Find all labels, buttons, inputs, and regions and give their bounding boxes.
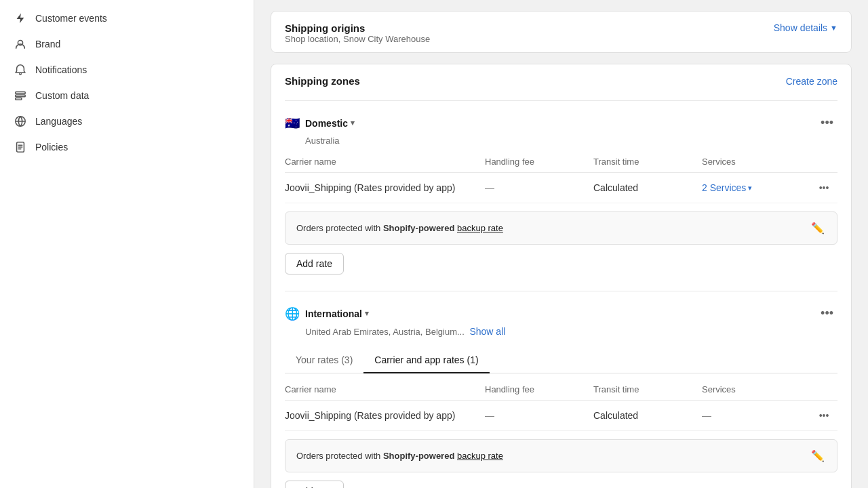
sidebar-customer-events-label: Customer events: [35, 13, 107, 24]
domestic-services-link[interactable]: 2 Services ▾: [702, 182, 810, 193]
domestic-add-rate-button[interactable]: Add rate: [285, 253, 344, 274]
shipping-origins-card: Shipping origins Shop location, Snow Cit…: [271, 11, 852, 53]
show-details-link[interactable]: Show details ▼: [774, 22, 837, 33]
shipping-origins-title: Shipping origins: [285, 22, 430, 34]
languages-icon: [14, 115, 27, 128]
sidebar-notifications-label: Notifications: [35, 64, 87, 75]
international-row-more-button[interactable]: •••: [810, 409, 837, 422]
domestic-zone-country: Australia: [285, 134, 837, 151]
international-backup-rate-edit-button[interactable]: ✏️: [810, 448, 826, 464]
lightning-icon: [14, 12, 27, 25]
shipping-zones-title: Shipping zones: [285, 75, 360, 87]
intl-transit-time-header: Transit time: [593, 384, 702, 394]
intl-handling-fee-header: Handling fee: [485, 384, 593, 394]
domestic-table-header: Carrier name Handling fee Transit time S…: [285, 151, 837, 173]
domestic-table-row: Joovii_Shipping (Rates provided by app) …: [285, 173, 837, 203]
sidebar-policies-label: Policies: [35, 142, 68, 152]
domestic-zone-more-button[interactable]: •••: [816, 115, 837, 131]
domestic-zone-section: 🇦🇺 Domestic ▾ ••• Australia Carrier name…: [271, 100, 851, 285]
shipping-zones-header: Shipping zones Create zone: [271, 64, 851, 95]
sidebar-item-notifications[interactable]: Notifications: [0, 57, 254, 83]
domestic-row-more-button[interactable]: •••: [810, 181, 837, 195]
bell-icon: [14, 63, 27, 77]
international-table-header: Carrier name Handling fee Transit time S…: [285, 379, 837, 401]
sidebar: Customer events Brand Notifications: [0, 0, 254, 488]
svg-rect-4: [16, 98, 22, 100]
sidebar-item-languages[interactable]: Languages: [0, 108, 254, 134]
domestic-carrier-name: Joovii_Shipping (Rates provided by app): [285, 182, 485, 193]
intl-services: —: [702, 410, 810, 421]
international-zone-countries: United Arab Emirates, Austria, Belgium..…: [285, 325, 837, 342]
shipping-zones-card: Shipping zones Create zone 🇦🇺 Domestic ▾…: [271, 64, 852, 488]
domestic-transit-time: Calculated: [593, 182, 702, 193]
intl-transit-time: Calculated: [593, 410, 702, 421]
create-zone-link[interactable]: Create zone: [786, 76, 837, 87]
domestic-zone-title-group: 🇦🇺 Domestic ▾: [285, 116, 355, 131]
shipping-origins-header: Shipping origins Shop location, Snow Cit…: [271, 12, 851, 52]
sidebar-languages-label: Languages: [35, 116, 82, 127]
domestic-backup-rate-box: Orders protected with Shopify-powered ba…: [285, 211, 837, 245]
services-header: Services: [702, 157, 810, 167]
main-content: Shipping origins Shop location, Snow Cit…: [254, 0, 868, 488]
transit-time-header: Transit time: [593, 157, 702, 167]
shipping-origins-title-group: Shipping origins Shop location, Snow Cit…: [285, 22, 430, 44]
domestic-backup-rate-link[interactable]: backup rate: [457, 223, 503, 233]
international-show-all-link[interactable]: Show all: [469, 326, 505, 337]
international-tabs: Your rates (3) Carrier and app rates (1): [285, 348, 837, 373]
sidebar-brand-label: Brand: [35, 39, 60, 49]
chevron-down-icon: ▾: [351, 119, 355, 127]
svg-marker-0: [17, 14, 24, 23]
domestic-zone-header: 🇦🇺 Domestic ▾ •••: [285, 106, 837, 134]
policies-icon: [14, 140, 27, 154]
international-zone-name: International ▾: [305, 308, 369, 319]
domestic-zone-name: Domestic ▾: [305, 118, 355, 129]
international-backup-rate-link[interactable]: backup rate: [457, 451, 503, 461]
intl-carrier-name-header: Carrier name: [285, 384, 485, 394]
international-zone-title-group: 🌐 International ▾: [285, 306, 369, 321]
intl-handling-fee: —: [485, 410, 593, 421]
globe-icon: 🌐: [285, 306, 300, 321]
chevron-down-icon: ▼: [830, 24, 837, 32]
chevron-down-icon: ▾: [748, 184, 752, 192]
international-add-rate-button[interactable]: Add rate: [285, 481, 344, 488]
tab-carrier-app-rates[interactable]: Carrier and app rates (1): [363, 348, 489, 373]
svg-rect-3: [16, 95, 25, 97]
handling-fee-header: Handling fee: [485, 157, 593, 167]
international-zone-header: 🌐 International ▾ •••: [285, 297, 837, 325]
sidebar-item-brand[interactable]: Brand: [0, 31, 254, 57]
australia-flag-icon: 🇦🇺: [285, 116, 300, 131]
international-zone-section: 🌐 International ▾ ••• United Arab Emirat…: [271, 291, 851, 488]
sidebar-item-customer-events[interactable]: Customer events: [0, 5, 254, 31]
intl-services-header: Services: [702, 384, 810, 394]
chevron-down-icon: ▾: [365, 309, 369, 318]
svg-rect-2: [16, 92, 25, 94]
domestic-backup-rate-edit-button[interactable]: ✏️: [810, 220, 826, 236]
brand-icon: [14, 37, 27, 51]
international-backup-rate-box: Orders protected with Shopify-powered ba…: [285, 439, 837, 472]
sidebar-item-custom-data[interactable]: Custom data: [0, 83, 254, 108]
international-zone-more-button[interactable]: •••: [816, 305, 837, 322]
tab-your-rates[interactable]: Your rates (3): [285, 348, 363, 373]
custom-data-icon: [14, 89, 27, 102]
international-table-row: Joovii_Shipping (Rates provided by app) …: [285, 401, 837, 431]
shipping-origins-subtitle: Shop location, Snow City Warehouse: [285, 34, 430, 44]
sidebar-custom-data-label: Custom data: [35, 90, 89, 101]
domestic-handling-fee: —: [485, 182, 593, 193]
carrier-name-header: Carrier name: [285, 157, 485, 167]
intl-carrier-name: Joovii_Shipping (Rates provided by app): [285, 410, 485, 421]
sidebar-item-policies[interactable]: Policies: [0, 134, 254, 160]
